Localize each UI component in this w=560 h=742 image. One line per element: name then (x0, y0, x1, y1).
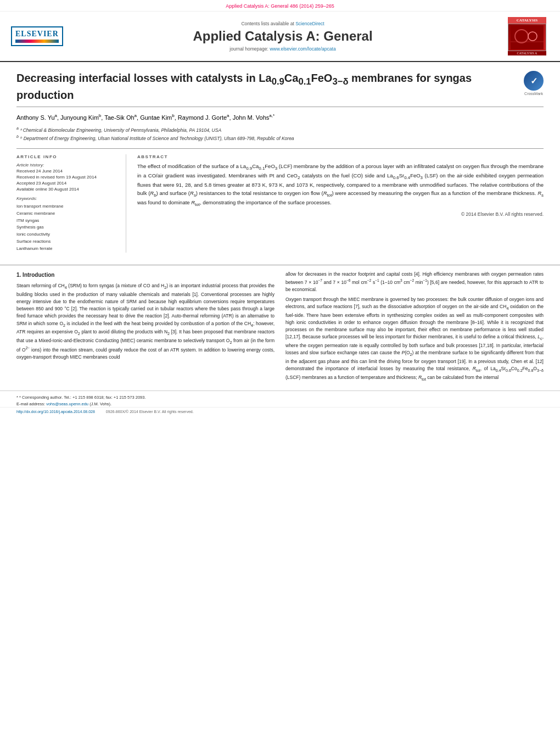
copyright: © 2014 Elsevier B.V. All rights reserved… (137, 211, 544, 217)
journal-url[interactable]: www.elsevier.com/locate/apcata (270, 46, 335, 52)
top-bar: Applied Catalysis A: General 486 (2014) … (0, 0, 560, 12)
revised-date: Received in revised form 19 August 2014 (16, 175, 118, 180)
affil-b: b ᵇ Department of Energy Engineering, Ul… (16, 134, 544, 142)
elsevier-text: ELSEVIER (15, 30, 59, 38)
catalysis-logo: CATALYSIS CATALYSIS A (505, 17, 549, 55)
keyword-5: Ionic conductivity (16, 231, 118, 238)
article-info-col: ARTICLE INFO Article history: Received 2… (16, 154, 126, 253)
catalysis-label: CATALYSIS (508, 17, 546, 24)
body-area: 1. Introduction Steam reforming of CH4 (… (0, 265, 560, 391)
journal-title: Applied Catalysis A: General (60, 29, 505, 44)
body-col-right: allow for decreases in the reactor footp… (285, 271, 544, 386)
history-label: Article history: (16, 163, 118, 168)
article-main: Decreasing interfacial losses with catal… (0, 62, 560, 258)
footnote-area: * * Corresponding author. Tel.: +1 215 8… (0, 390, 560, 407)
catalysis-footer: CATALYSIS A (508, 51, 546, 55)
abstract-text: The effect of modification of the surfac… (137, 163, 544, 208)
page: Applied Catalysis A: General 486 (2014) … (0, 0, 560, 742)
crossmark-label: CrossMark (524, 92, 543, 96)
journal-header: ELSEVIER Contents lists available at Sci… (0, 12, 560, 62)
sciencedirect-line: Contents lists available at ScienceDirec… (60, 21, 505, 26)
keyword-1: Ion transport membrane (16, 203, 118, 210)
footnote-email: E-mail address: vohs@seas.upenn.edu (J.M… (16, 401, 544, 407)
accepted-date: Accepted 23 August 2014 (16, 181, 118, 186)
elsevier-color-bar (15, 40, 59, 43)
section-1-title: 1. Introduction (16, 271, 275, 280)
journal-citation: Applied Catalysis A: General 486 (2014) … (226, 3, 334, 9)
body-p3: Oxygen transport through the MIEC membra… (285, 296, 544, 382)
issn-text: 0926-860X/© 2014 Elsevier B.V. All right… (106, 410, 194, 414)
crossmark-widget[interactable]: ✓ CrossMark (524, 71, 544, 96)
affil-a: a ᵃ Chemical & Biomolecular Engineering,… (16, 126, 544, 134)
keyword-7: Lanthanum ferrate (16, 246, 118, 253)
crossmark-icon: ✓ (524, 71, 544, 91)
keyword-3: ITM syngas (16, 217, 118, 225)
article-title: Decreasing interfacial losses with catal… (16, 71, 518, 102)
body-p1: Steam reforming of CH4 (SRM) to form syn… (16, 282, 275, 361)
elsevier-logo: ELSEVIER (11, 26, 60, 46)
email-link[interactable]: vohs@seas.upenn.edu (46, 401, 88, 406)
article-info-heading: ARTICLE INFO (16, 154, 118, 159)
body-two-col: 1. Introduction Steam reforming of CH4 (… (16, 271, 544, 386)
bottom-bar: http://dx.doi.org/10.1016/j.apcata.2014.… (0, 407, 560, 416)
keyword-6: Surface reactions (16, 238, 118, 246)
footnote-star: * * Corresponding author. Tel.: +1 215 8… (16, 394, 544, 400)
sciencedirect-link[interactable]: ScienceDirect (295, 21, 324, 26)
abstract-col: ABSTRACT The effect of modification of t… (137, 154, 544, 253)
affiliations: a ᵃ Chemical & Biomolecular Engineering,… (16, 126, 544, 142)
journal-center: Contents lists available at ScienceDirec… (60, 21, 505, 52)
catalysis-image (508, 24, 546, 51)
authors: Anthony S. Yua, Junyoung Kimb, Tae-Sik O… (16, 113, 544, 122)
body-p2: allow for decreases in the reactor footp… (285, 271, 544, 293)
doi-link[interactable]: http://dx.doi.org/10.1016/j.apcata.2014.… (16, 410, 95, 414)
abstract-heading: ABSTRACT (137, 154, 544, 159)
keyword-4: Synthesis gas (16, 224, 118, 231)
journal-homepage: journal homepage: www.elsevier.com/locat… (60, 46, 505, 52)
keyword-2: Ceramic membrane (16, 210, 118, 217)
article-title-area: Decreasing interfacial losses with catal… (16, 71, 544, 107)
received-date: Received 24 June 2014 (16, 169, 118, 174)
body-col-left: 1. Introduction Steam reforming of CH4 (… (16, 271, 275, 386)
two-column-area: ARTICLE INFO Article history: Received 2… (16, 148, 544, 253)
online-date: Available online 30 August 2014 (16, 187, 118, 192)
keywords-label: Keywords: (16, 196, 118, 201)
